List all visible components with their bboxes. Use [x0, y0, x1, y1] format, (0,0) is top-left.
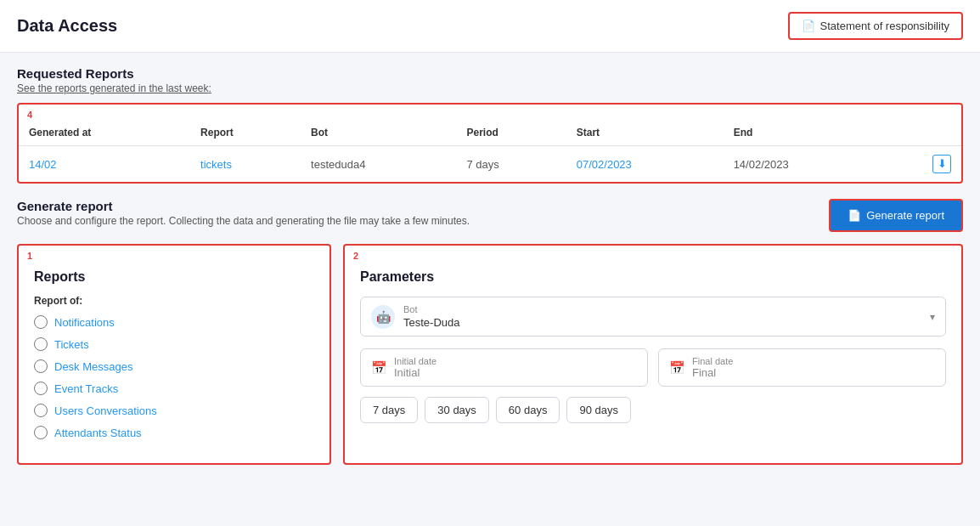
date-fields: 📅 Initial date Initial 📅 Final date Fina… — [360, 348, 946, 387]
radio-label-desk_messages: Desk Messages — [54, 360, 132, 373]
day-button-3[interactable]: 90 days — [566, 397, 631, 423]
reports-panel-title: Reports — [34, 269, 314, 285]
radio-users_conversations[interactable] — [34, 404, 48, 417]
bot-select-value: Teste-Duda — [403, 316, 921, 329]
col-action — [880, 120, 961, 146]
table-row: 14/02 tickets testeduda4 7 days 07/02/20… — [19, 146, 961, 183]
radio-item-attendants_status[interactable]: Attendants Status — [34, 426, 314, 439]
cell-end: 14/02/2023 — [724, 146, 881, 183]
reports-panel: 1 Reports Report of: Notifications Ticke… — [17, 244, 331, 465]
col-end: End — [724, 120, 881, 146]
radio-notifications[interactable] — [34, 315, 48, 329]
radio-item-desk_messages[interactable]: Desk Messages — [34, 359, 314, 373]
page-wrapper: Data Access 📄 Statement of responsibilit… — [0, 0, 980, 526]
panels-container: 1 Reports Report of: Notifications Ticke… — [17, 244, 963, 465]
bot-icon: 🤖 — [371, 305, 395, 329]
subtitle-suffix: : — [208, 82, 211, 94]
chevron-down-icon: ▾ — [930, 311, 935, 323]
calendar-icon-initial: 📅 — [371, 360, 387, 376]
radio-label-attendants_status: Attendants Status — [54, 427, 142, 439]
final-date-field[interactable]: 📅 Final date Final — [658, 348, 946, 387]
header: Data Access 📄 Statement of responsibilit… — [0, 0, 980, 53]
statement-btn-label: Statement of responsibility — [820, 20, 949, 32]
generate-report-header: Generate report Choose and configure the… — [17, 199, 963, 232]
col-period: Period — [456, 120, 566, 146]
panel-label-4: 4 — [19, 105, 961, 120]
download-icon[interactable]: ⬇ — [932, 155, 951, 173]
day-button-0[interactable]: 7 days — [360, 397, 418, 423]
radio-tickets[interactable] — [34, 337, 48, 351]
radio-item-tickets[interactable]: Tickets — [34, 337, 314, 351]
generate-report-subtitle: Choose and configure the report. Collect… — [17, 215, 470, 227]
requested-reports-panel: 4 Generated at Report Bot Period Start E… — [17, 103, 963, 184]
radio-item-event_tracks[interactable]: Event Tracks — [34, 382, 314, 395]
day-button-1[interactable]: 30 days — [425, 397, 489, 423]
bot-select-inner: Bot Teste-Duda — [403, 304, 921, 329]
statement-icon: 📄 — [802, 20, 815, 32]
col-start: Start — [566, 120, 724, 146]
statement-of-responsibility-button[interactable]: 📄 Statement of responsibility — [788, 12, 963, 40]
cell-download[interactable]: ⬇ — [880, 146, 961, 183]
radio-item-notifications[interactable]: Notifications — [34, 315, 314, 329]
radio-label-users_conversations: Users Conversations — [54, 404, 157, 417]
radio-options: Notifications Tickets Desk Messages Even… — [34, 315, 314, 439]
radio-label-tickets: Tickets — [54, 338, 89, 351]
cell-generated-at: 14/02 — [19, 146, 190, 183]
initial-date-field[interactable]: 📅 Initial date Initial — [360, 348, 648, 387]
cell-period: 7 days — [456, 146, 566, 183]
final-date-value: Final — [692, 366, 733, 379]
content-area: Requested Reports See the reports genera… — [0, 53, 980, 478]
generate-report-btn-label: Generate report — [866, 209, 944, 222]
initial-date-value: Initial — [394, 366, 436, 379]
calendar-icon-final: 📅 — [669, 360, 685, 376]
col-generated-at: Generated at — [19, 120, 190, 146]
params-panel-title: Parameters — [360, 269, 946, 285]
col-report: Report — [190, 120, 301, 146]
generate-report-section: Generate report Choose and configure the… — [17, 199, 963, 232]
radio-desk_messages[interactable] — [34, 359, 48, 373]
radio-label-event_tracks: Event Tracks — [54, 382, 118, 395]
page-title: Data Access — [17, 16, 117, 36]
subtitle-prefix: See the reports generated in the — [17, 82, 166, 94]
generate-report-text: Generate report Choose and configure the… — [17, 199, 470, 227]
final-date-inner: Final date Final — [692, 356, 733, 379]
table-header-row: Generated at Report Bot Period Start End — [19, 120, 961, 146]
radio-item-users_conversations[interactable]: Users Conversations — [34, 404, 314, 417]
generate-report-button[interactable]: 📄 Generate report — [829, 199, 963, 232]
panel-label-1: 1 — [27, 251, 32, 261]
params-panel: 2 Parameters 🤖 Bot Teste-Duda ▾ 📅 — [343, 244, 963, 465]
subtitle-link: last week — [166, 82, 208, 94]
generate-report-title: Generate report — [17, 199, 470, 213]
requested-reports-title: Requested Reports — [17, 66, 963, 81]
radio-attendants_status[interactable] — [34, 426, 48, 439]
requested-reports-subtitle: See the reports generated in the last we… — [17, 82, 963, 94]
bot-select-label: Bot — [403, 304, 921, 314]
col-bot: Bot — [301, 120, 456, 146]
day-buttons-container: 7 days30 days60 days90 days — [360, 397, 946, 423]
generate-report-icon: 📄 — [848, 209, 861, 222]
panel-label-2: 2 — [353, 251, 358, 261]
initial-date-label: Initial date — [394, 356, 436, 366]
final-date-label: Final date — [692, 356, 733, 366]
cell-report: tickets — [190, 146, 301, 183]
radio-event_tracks[interactable] — [34, 382, 48, 395]
cell-start: 07/02/2023 — [566, 146, 724, 183]
initial-date-inner: Initial date Initial — [394, 356, 436, 379]
report-of-label: Report of: — [34, 295, 314, 307]
reports-table: Generated at Report Bot Period Start End… — [19, 120, 961, 182]
radio-label-notifications: Notifications — [54, 316, 115, 329]
bot-select[interactable]: 🤖 Bot Teste-Duda ▾ — [360, 297, 946, 337]
cell-bot: testeduda4 — [301, 146, 456, 183]
day-button-2[interactable]: 60 days — [496, 397, 560, 423]
